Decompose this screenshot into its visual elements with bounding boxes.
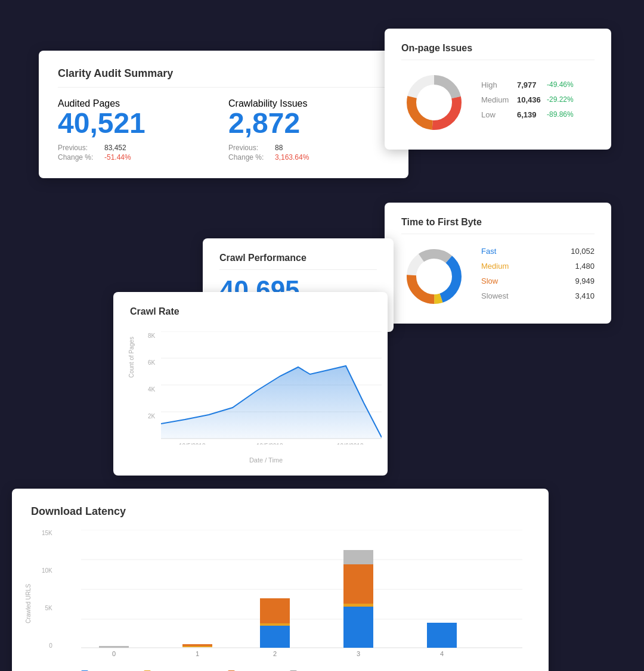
y-label-0: 0 xyxy=(49,642,52,649)
legend-row-low: Low 6,139 -89.86% xyxy=(481,110,595,119)
legend-value-high: 7,977 xyxy=(517,80,542,89)
crawl-rate-title: Crawl Rate xyxy=(130,306,371,317)
prev-label-1: Previous: xyxy=(58,144,100,152)
ttfb-donut xyxy=(401,244,467,309)
audit-grid: Audited Pages 40,521 Previous: 83,452 Ch… xyxy=(58,98,389,161)
ttfb-content: Fast 10,052 Medium 1,480 Slow 9,949 Slow… xyxy=(401,244,595,309)
svg-rect-32 xyxy=(343,564,373,604)
issues-content: High 7,977 -49.46% Medium 10,436 -29.22%… xyxy=(401,70,595,135)
crawlability-prev: Previous: 88 xyxy=(228,144,389,152)
ttfb-label-medium: Medium xyxy=(481,262,523,271)
svg-text:3: 3 xyxy=(357,650,360,657)
crawlability-value: 2,872 xyxy=(228,109,389,138)
y-tick-2k: 2K xyxy=(148,413,155,420)
y-tick-8k: 8K xyxy=(148,333,155,339)
svg-rect-28 xyxy=(260,623,290,626)
change-label-2: Change %: xyxy=(228,153,270,161)
svg-text:10/6/2018: 10/6/2018 xyxy=(337,443,364,445)
issues-title: On-page Issues xyxy=(401,43,595,60)
ttfb-value-slowest: 3,410 xyxy=(575,291,595,300)
svg-rect-29 xyxy=(260,598,290,623)
svg-rect-26 xyxy=(182,644,212,646)
svg-rect-34 xyxy=(427,623,457,648)
ttfb-row-fast: Fast 10,052 xyxy=(481,247,595,256)
issues-legend: High 7,977 -49.46% Medium 10,436 -29.22%… xyxy=(481,80,595,125)
svg-text:Depth: Depth xyxy=(287,660,304,661)
y-label-5k: 5K xyxy=(45,605,52,611)
svg-text:0: 0 xyxy=(112,650,116,657)
svg-rect-25 xyxy=(182,646,212,647)
ttfb-row-slow: Slow 9,949 xyxy=(481,277,595,285)
download-svg: 0 1 2 3 4 Depth xyxy=(57,530,522,661)
ttfb-row-slowest: Slowest 3,410 xyxy=(481,291,595,300)
crawl-rate-chart-area: Count of Pages 8K 6K 4K 2K 10/5/ xyxy=(130,327,371,464)
svg-rect-24 xyxy=(99,646,129,648)
legend-change-low: -89.86% xyxy=(547,110,574,119)
crawl-rate-svg: 10/5/2018 10/5/2018 10/6/2018 xyxy=(161,331,382,445)
legend-value-medium: 10,436 xyxy=(517,95,542,104)
svg-rect-33 xyxy=(343,550,373,564)
legend-row-high: High 7,977 -49.46% xyxy=(481,80,595,89)
legend-change-high: -49.46% xyxy=(547,80,574,89)
clarity-audit-card: Clarity Audit Summary Audited Pages 40,5… xyxy=(39,51,408,178)
legend-label-high: High xyxy=(481,80,512,89)
crawlability-change: Change %: 3,163.64% xyxy=(228,153,389,161)
svg-text:10/5/2018: 10/5/2018 xyxy=(256,443,283,445)
svg-text:1: 1 xyxy=(196,650,199,657)
crawl-perf-title: Crawl Performance xyxy=(219,253,377,270)
prev-label-2: Previous: xyxy=(228,144,270,152)
svg-text:4: 4 xyxy=(440,650,444,657)
legend-label-medium: Medium xyxy=(481,95,512,104)
audited-pages-change: Change %: -51.44% xyxy=(58,153,219,161)
legend-label-low: Low xyxy=(481,110,512,119)
crawl-rate-card: Crawl Rate Count of Pages 8K 6K 4K 2K xyxy=(113,292,388,476)
svg-rect-31 xyxy=(343,604,373,607)
ttfb-value-slow: 9,949 xyxy=(575,277,595,285)
legend-change-medium: -29.22% xyxy=(547,95,574,104)
y-label-15k: 15K xyxy=(42,530,52,536)
issues-donut xyxy=(401,70,467,135)
download-latency-card: Download Latency Crawled URLS 15K 10K 5K… xyxy=(12,489,549,671)
legend-value-low: 6,139 xyxy=(517,110,542,119)
ttfb-value-fast: 10,052 xyxy=(571,247,595,256)
change-value-2: 3,163.64% xyxy=(275,153,309,161)
crawlability-col: Crawlability Issues 2,872 Previous: 88 C… xyxy=(228,98,389,161)
change-value-1: -51.44% xyxy=(104,153,131,161)
audited-pages-col: Audited Pages 40,521 Previous: 83,452 Ch… xyxy=(58,98,219,161)
svg-point-10 xyxy=(417,260,451,293)
download-chart-wrapper: Crawled URLS 15K 10K 5K 0 xyxy=(31,530,530,671)
audited-pages-prev: Previous: 83,452 xyxy=(58,144,219,152)
crawl-rate-x-label: Date / Time xyxy=(161,456,371,464)
ttfb-legend: Fast 10,052 Medium 1,480 Slow 9,949 Slow… xyxy=(481,247,595,306)
download-bars-area: 0 1 2 3 4 Depth Fast(<500ms) Medium(500m… xyxy=(57,530,530,671)
svg-rect-27 xyxy=(260,626,290,648)
change-label-1: Change %: xyxy=(58,153,100,161)
ttfb-label-fast: Fast xyxy=(481,247,523,256)
y-tick-6k: 6K xyxy=(148,359,155,366)
svg-rect-30 xyxy=(343,607,373,648)
y-tick-4k: 4K xyxy=(148,386,155,393)
ttfb-card: Time to First Byte Fast 10,052 Me xyxy=(385,203,611,324)
ttfb-value-medium: 1,480 xyxy=(575,262,595,271)
ttfb-label-slowest: Slowest xyxy=(481,291,523,300)
prev-value-2: 88 xyxy=(275,144,283,152)
download-title: Download Latency xyxy=(31,505,530,518)
svg-text:2: 2 xyxy=(273,650,277,657)
download-y-labels: 15K 10K 5K 0 xyxy=(42,530,57,649)
audited-pages-value: 40,521 xyxy=(58,109,219,138)
crawl-rate-y-label: Count of Pages xyxy=(128,337,135,378)
ttfb-row-medium: Medium 1,480 xyxy=(481,262,595,271)
svg-point-4 xyxy=(417,86,451,119)
prev-value-1: 83,452 xyxy=(104,144,126,152)
y-label-10k: 10K xyxy=(42,567,52,574)
ttfb-label-slow: Slow xyxy=(481,277,523,285)
download-y-axis-label: Crawled URLS xyxy=(25,544,32,663)
issues-card: On-page Issues High 7,977 -49.46% xyxy=(385,29,611,150)
ttfb-title: Time to First Byte xyxy=(401,217,595,234)
svg-text:10/5/2018: 10/5/2018 xyxy=(179,443,206,445)
clarity-title: Clarity Audit Summary xyxy=(58,67,389,88)
legend-row-medium: Medium 10,436 -29.22% xyxy=(481,95,595,104)
